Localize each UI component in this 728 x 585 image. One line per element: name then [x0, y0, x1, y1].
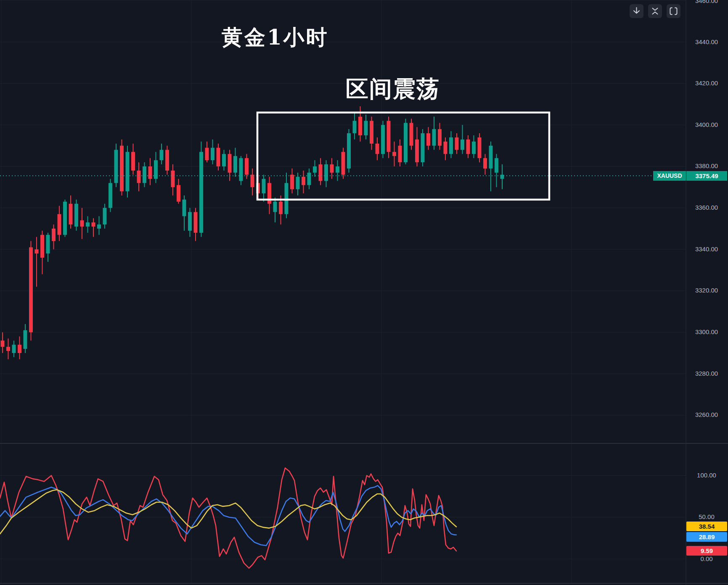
fullscreen-icon: [667, 4, 680, 18]
collapse-icon: [648, 4, 662, 18]
symbol-label: XAUUSD: [657, 172, 682, 179]
range-annotation-drawing[interactable]: 区间震荡: [346, 74, 440, 105]
chart-title-drawing[interactable]: 黄金1小时: [222, 24, 329, 52]
scroll-to-recent-button[interactable]: [630, 4, 643, 18]
collapse-pane-button[interactable]: [648, 4, 662, 18]
indicator-value-badge-d: 38.54: [686, 522, 727, 531]
trading-chart-window: 黄金1小时 区间震荡 XAUUSD 3375.49 3460.003440.00…: [0, 0, 728, 585]
range-box-drawing[interactable]: [257, 113, 549, 200]
fullscreen-button[interactable]: [667, 4, 680, 18]
last-price-badge: 3375.49: [686, 171, 727, 181]
last-price-value: 3375.49: [695, 172, 718, 179]
pane-toolbar: [630, 4, 680, 18]
indicator-value-badge-k: 28.89: [686, 532, 727, 542]
indicator-line-d: [0, 490, 456, 534]
last-price-symbol-chip: XAUUSD: [653, 171, 686, 181]
indicator-value-badge-j: 9.59: [686, 546, 727, 556]
arrow-down-icon: [630, 4, 643, 18]
